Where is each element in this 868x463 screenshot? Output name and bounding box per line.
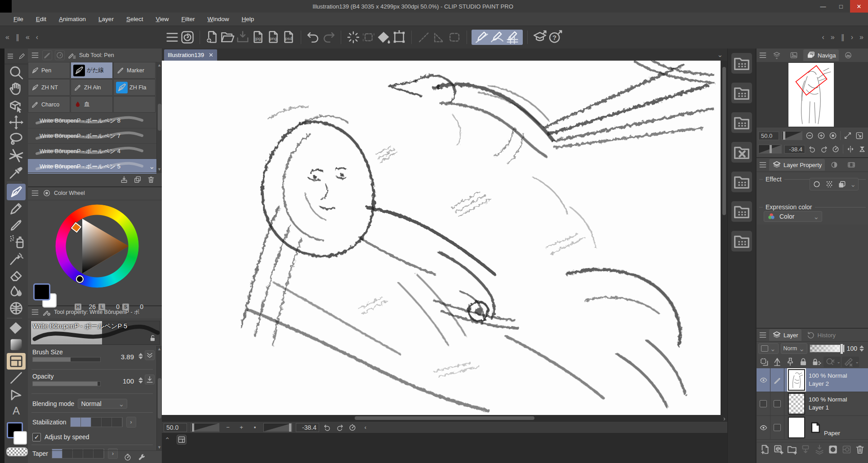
menu-filter[interactable]: Filter [175, 13, 201, 26]
visibility-eye-icon[interactable] [759, 376, 768, 384]
document-tab[interactable]: Illustration139 ✕ [164, 49, 217, 61]
deselect-button[interactable] [346, 30, 361, 45]
sub-tool-3[interactable]: Marker [113, 62, 156, 79]
tab-list-chevron-icon[interactable]: ⌄ [717, 51, 723, 58]
undo-button[interactable] [306, 30, 321, 45]
history-tab[interactable]: History [803, 329, 839, 341]
main-menu-icon[interactable] [165, 30, 180, 45]
eyedropper-tool-icon[interactable] [7, 164, 26, 181]
subtool-category-brush-icon[interactable] [42, 50, 52, 60]
fill-tool-icon[interactable] [7, 320, 26, 336]
nav-reset-view-icon[interactable] [858, 145, 867, 154]
document-tab-close-icon[interactable]: ✕ [209, 52, 214, 58]
canvas[interactable] [162, 61, 721, 415]
brush-list-item-3[interactable]: Write BōrupenP - ボールペン 4 [28, 144, 156, 159]
snap-grid-button[interactable] [505, 30, 520, 45]
nav-flip-horizontal-icon[interactable] [846, 145, 855, 154]
dock-left-control-1[interactable]: ∥ [16, 34, 19, 41]
toolbar-menu-icon[interactable] [6, 52, 14, 60]
layer-blend-dropdown[interactable]: Norm⌄ [781, 343, 807, 354]
pen-tool-icon[interactable] [7, 184, 26, 200]
material-folder-5-icon[interactable] [731, 172, 752, 192]
export-psd-button[interactable]: psd [281, 30, 296, 45]
wheel-foreground-swatch[interactable] [33, 283, 50, 300]
menu-select[interactable]: Select [120, 13, 150, 26]
selection-source-icon[interactable]: ⌄ [823, 357, 841, 367]
dock-right-control-3[interactable]: › [851, 34, 853, 41]
keyframe-icon[interactable] [771, 357, 783, 367]
rotate-left-icon[interactable] [323, 423, 332, 432]
navigator-zoom-slider[interactable] [782, 131, 802, 140]
canvas-rotation-slider[interactable] [263, 423, 292, 432]
zoom-out-button[interactable]: − [223, 423, 233, 432]
select-rect-button[interactable] [447, 30, 462, 45]
brush-size-source-button[interactable] [145, 350, 155, 360]
canvas-rotation-value[interactable]: -38.4 [296, 423, 319, 432]
rotate-right-icon[interactable] [335, 423, 344, 432]
draft-layer-icon[interactable] [784, 357, 796, 367]
layer-thumbnail[interactable] [788, 417, 805, 438]
transform-button[interactable] [392, 30, 407, 45]
sub-tool-8[interactable]: 血 [71, 96, 113, 113]
canvas-horizontal-scrollbar[interactable]: › [162, 415, 727, 421]
eraser-tool-icon[interactable] [7, 267, 26, 283]
material-folder-1-icon[interactable] [731, 53, 752, 74]
dock-right-control-1[interactable]: » [831, 34, 835, 41]
menu-layer[interactable]: Layer [92, 13, 120, 26]
toolbar-tab-pen-icon[interactable] [18, 52, 26, 60]
expand-panel-chevron-icon[interactable]: ⌃ [165, 437, 170, 443]
snap-special-ruler-button[interactable] [490, 30, 505, 45]
colorwheel-menu-icon[interactable] [31, 189, 40, 198]
sub-tool-2[interactable]: がた線 [71, 62, 113, 79]
import-subtool-icon[interactable] [120, 175, 129, 184]
pencil-tool-icon[interactable] [7, 200, 26, 217]
sub-tool-4[interactable]: ZH NT [28, 79, 70, 96]
subtool-menu-icon[interactable] [31, 51, 40, 60]
quick-access-tab[interactable] [769, 49, 784, 61]
background-color-swatch[interactable] [13, 431, 27, 445]
collapse-statusbar-icon[interactable]: ‹ [361, 423, 370, 432]
reset-rotation-icon[interactable] [348, 423, 357, 432]
brush-tool-icon[interactable] [7, 217, 26, 234]
help-button[interactable]: ? [548, 30, 563, 45]
move-tool-icon[interactable] [7, 114, 26, 131]
gradient-tool-icon[interactable] [7, 336, 26, 353]
menu-help[interactable]: Help [236, 13, 261, 26]
sub-view-tab[interactable] [841, 49, 856, 61]
navigator-rotation-value[interactable]: -38.4 [784, 145, 805, 154]
blending-mode-dropdown[interactable]: Normal⌄ [78, 399, 127, 409]
select-shape-button[interactable] [432, 30, 447, 45]
nav-rotate-right-icon[interactable] [819, 145, 828, 154]
toolprop-menu-icon[interactable] [31, 308, 40, 317]
animation-tab[interactable] [844, 159, 859, 171]
dock-left-control-2[interactable]: « [26, 34, 30, 41]
nav-zoom-in-icon[interactable] [817, 131, 826, 140]
layer-color-effect-icon[interactable] [837, 180, 846, 189]
auto-select-tool-icon[interactable] [7, 147, 26, 164]
clip-studio-icon[interactable] [180, 30, 195, 45]
layer-property-tab[interactable]: Layer Property [769, 159, 825, 171]
transparent-color-swatch[interactable] [6, 447, 28, 456]
layer-thumbnail[interactable] [788, 393, 805, 414]
minimize-button[interactable]: — [814, 0, 832, 13]
operate-tool-icon[interactable] [7, 97, 26, 114]
layer-opacity-spinner[interactable] [859, 345, 864, 352]
expression-color-dropdown[interactable]: Color ⌄ [764, 211, 822, 223]
decoration-tool-icon[interactable] [7, 250, 26, 267]
border-effect-icon[interactable] [812, 180, 821, 189]
clipping-icon[interactable] [758, 357, 770, 367]
zoom-tool-icon[interactable] [7, 64, 26, 81]
save-button[interactable] [235, 30, 250, 45]
material-folder-7-icon[interactable] [731, 231, 752, 251]
maximize-button[interactable]: □ [832, 0, 850, 13]
brush-list-item-1[interactable]: Write BōrupenP - ボールペン 8 [28, 113, 156, 128]
lasso-tool-icon[interactable] [7, 131, 26, 147]
navigator-tab[interactable]: Naviga [803, 49, 839, 61]
brush-size-value[interactable]: 3.89 [121, 353, 134, 361]
nav-rotate-left-icon[interactable] [808, 145, 817, 154]
unlock-icon[interactable] [148, 334, 157, 343]
new-layer-button[interactable] [759, 444, 771, 455]
dock-left-control-0[interactable]: « [5, 34, 9, 41]
stabilization-segments[interactable] [70, 417, 123, 427]
sub-tool-1[interactable]: Pen [28, 62, 70, 79]
